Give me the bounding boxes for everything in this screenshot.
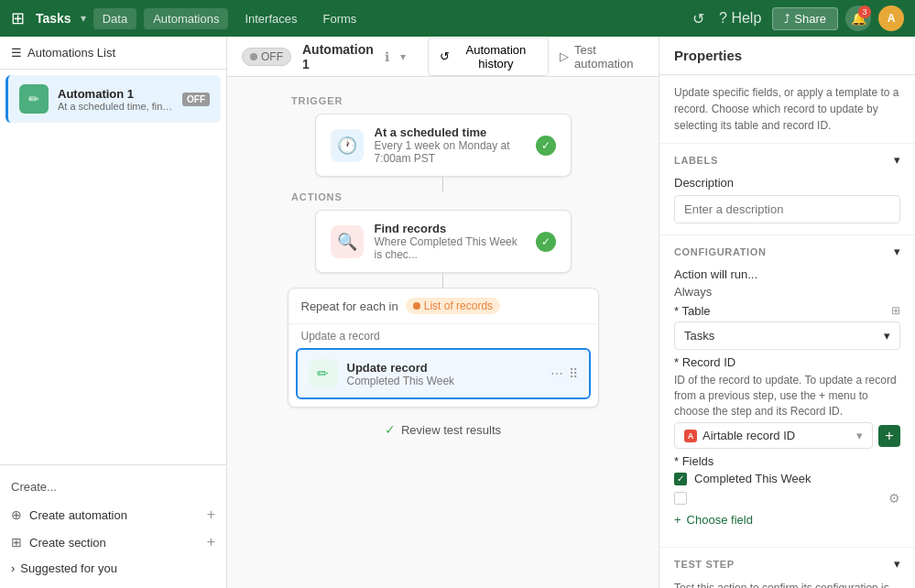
create-section-item[interactable]: ⊞ Create section + xyxy=(11,528,215,556)
test-step-desc: Test this action to confirm its configur… xyxy=(659,580,915,588)
avatar[interactable]: A xyxy=(878,5,904,31)
notifications-button[interactable]: 🔔 3 xyxy=(845,5,871,31)
clock-icon: 🕐 xyxy=(331,129,364,162)
labels-section-content: Description xyxy=(659,176,915,234)
center-content: OFF Automation 1 ℹ ▾ ↺ Automation histor… xyxy=(227,37,659,588)
step1-wrap: 🕐 At a scheduled time Every 1 week on Mo… xyxy=(315,114,572,191)
config-section-title: CONFIGURATION xyxy=(674,246,767,257)
choose-field-plus-icon: + xyxy=(674,513,681,527)
description-label-row: Description xyxy=(674,176,900,190)
review-check-icon: ✓ xyxy=(385,422,396,437)
nav-forms[interactable]: Forms xyxy=(314,8,366,29)
test-section-header[interactable]: TEST STEP ▾ xyxy=(659,548,915,580)
test-button[interactable]: ▷ Test automation xyxy=(560,43,644,71)
field-checkbox-checked[interactable]: ✓ xyxy=(674,473,687,485)
field-value-checkbox[interactable] xyxy=(674,492,687,505)
nav-interfaces[interactable]: Interfaces xyxy=(235,8,306,29)
sub-caret[interactable]: ▾ xyxy=(400,50,406,63)
suggested-chevron: › xyxy=(11,561,15,575)
app-title-caret[interactable]: ▾ xyxy=(81,12,86,25)
record-id-row-section: * Record ID ID of the record to update. … xyxy=(674,355,900,449)
v-line-2 xyxy=(442,273,443,288)
step1-desc: Every 1 week on Monday at 7:00am PST xyxy=(375,139,525,165)
table-expand-icon[interactable]: ⊞ xyxy=(891,304,900,317)
review-results[interactable]: ✓ Review test results xyxy=(385,422,501,437)
step2-desc: Where Completed This Week is chec... xyxy=(375,235,525,261)
share-button[interactable]: ⤴ Share xyxy=(772,7,838,30)
table-select[interactable]: Tasks ▾ xyxy=(674,321,900,350)
step1-card[interactable]: 🕐 At a scheduled time Every 1 week on Mo… xyxy=(315,114,572,177)
update-item[interactable]: ✏ Update record Completed This Week ⋯ ⠿ xyxy=(296,348,591,399)
table-caret: ▾ xyxy=(884,329,890,343)
record-id-plus-btn[interactable]: + xyxy=(878,425,900,447)
create-header: Create... xyxy=(11,473,215,501)
step1-info: At a scheduled time Every 1 week on Mond… xyxy=(375,125,525,165)
create-automation-item[interactable]: ⊕ Create automation + xyxy=(11,501,215,528)
choose-field-button[interactable]: + Choose field xyxy=(674,509,900,530)
record-id-caret: ▾ xyxy=(856,429,863,442)
nav-data[interactable]: Data xyxy=(93,8,136,29)
action-run-label: Action will run... xyxy=(674,267,900,281)
labels-section: LABELS ▾ Description xyxy=(659,144,915,235)
help-icon[interactable]: ? Help xyxy=(715,6,765,30)
test-icon: ▷ xyxy=(560,49,569,63)
create-section-plus[interactable]: + xyxy=(207,534,215,550)
table-row: * Table ⊞ Tasks ▾ xyxy=(674,304,900,350)
record-id-select[interactable]: A Airtable record ID ▾ xyxy=(674,422,873,449)
automation-item[interactable]: ✏ Automation 1 At a scheduled time, find… xyxy=(5,75,221,123)
sub-info-icon[interactable]: ℹ xyxy=(385,49,389,64)
create-automation-plus[interactable]: + xyxy=(207,506,215,523)
test-collapse-icon[interactable]: ▾ xyxy=(894,557,900,571)
history-icon[interactable]: ↺ xyxy=(689,6,708,31)
repeat-label: Repeat for each in xyxy=(301,299,398,313)
field-gear-icon[interactable]: ⚙ xyxy=(888,491,900,506)
step1-title: At a scheduled time xyxy=(375,125,525,139)
labels-collapse-icon[interactable]: ▾ xyxy=(894,153,900,167)
update-item-actions: ⋯ ⠿ xyxy=(550,366,578,381)
top-nav: ⊞ Tasks ▾ Data Automations Interfaces Fo… xyxy=(0,0,915,37)
off-badge[interactable]: OFF xyxy=(242,48,291,66)
nav-automations[interactable]: Automations xyxy=(144,8,228,29)
off-dot xyxy=(250,53,257,60)
drag-icon[interactable]: ⠿ xyxy=(569,366,578,381)
edit-icon: ✏ xyxy=(309,359,338,388)
labels-section-title: LABELS xyxy=(674,155,718,166)
automation-toggle[interactable]: OFF xyxy=(182,93,210,106)
record-id-text: Airtable record ID xyxy=(703,429,851,442)
repeat-badge[interactable]: List of records xyxy=(406,298,500,314)
history-button[interactable]: ↺ Automation history xyxy=(428,38,549,76)
app-title: Tasks xyxy=(36,11,71,26)
canvas: TRIGGER 🕐 At a scheduled time Every 1 we… xyxy=(227,77,659,588)
action-run-value: Always xyxy=(674,285,900,299)
fields-row: * Fields ✓ Completed This Week ⚙ + Choos… xyxy=(674,454,900,530)
step2-title: Find records xyxy=(375,222,525,235)
test-section: TEST STEP ▾ Test this action to confirm … xyxy=(659,548,915,588)
record-id-desc: ID of the record to update. To update a … xyxy=(674,373,900,419)
sub-header: OFF Automation 1 ℹ ▾ ↺ Automation histor… xyxy=(227,37,659,77)
repeat-block: Repeat for each in List of records Updat… xyxy=(288,288,599,408)
automations-list-header[interactable]: ☰ Automations List xyxy=(0,37,226,70)
config-collapse-icon[interactable]: ▾ xyxy=(894,245,900,258)
suggested-item[interactable]: › Suggested for you xyxy=(11,556,215,581)
field-value-row: ⚙ xyxy=(674,491,900,506)
description-input[interactable] xyxy=(674,195,900,223)
labels-section-header[interactable]: LABELS ▾ xyxy=(659,144,915,176)
v-line-1 xyxy=(442,177,443,191)
description-label: Description xyxy=(674,176,734,190)
automation-info: Automation 1 At a scheduled time, find r… xyxy=(58,87,173,112)
step3-info: Update record Completed This Week xyxy=(347,361,541,387)
automation-desc: At a scheduled time, find records, ... xyxy=(58,101,173,112)
create-automation-icon: ⊕ xyxy=(11,507,22,522)
trigger-label: TRIGGER xyxy=(291,95,343,106)
step2-check: ✓ xyxy=(536,232,556,252)
list-icon: ☰ xyxy=(11,46,22,60)
notif-badge: 3 xyxy=(858,5,871,18)
more-icon[interactable]: ⋯ xyxy=(550,366,563,381)
step2-wrap: 🔍 Find records Where Completed This Week… xyxy=(315,210,572,288)
repeat-badge-dot xyxy=(413,302,420,310)
action-run-row: Action will run... Always xyxy=(674,267,900,299)
create-section-icon: ⊞ xyxy=(11,535,22,550)
config-section-header[interactable]: CONFIGURATION ▾ xyxy=(659,235,915,267)
step2-card[interactable]: 🔍 Find records Where Completed This Week… xyxy=(315,210,572,273)
app-logo: ⊞ xyxy=(11,8,25,28)
